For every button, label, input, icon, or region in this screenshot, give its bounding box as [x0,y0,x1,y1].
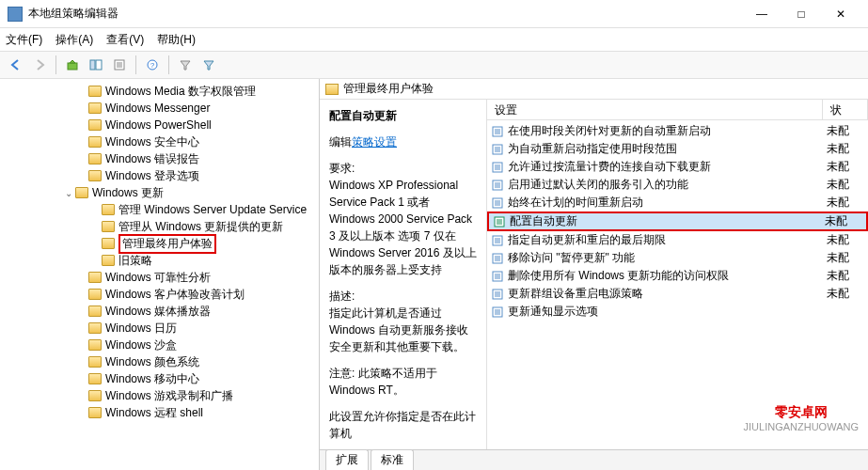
tab-standard[interactable]: 标准 [371,449,414,470]
tree-item[interactable]: ⌄Windows 更新 [0,184,319,201]
setting-label: 更新通知显示选项 [508,304,827,320]
tree-item[interactable]: 管理从 Windows 更新提供的更新 [0,218,319,235]
up-button[interactable] [62,55,83,75]
tree-item[interactable]: Windows 颜色系统 [0,353,319,370]
folder-icon [102,204,115,215]
setting-row[interactable]: 移除访问 "暂停更新" 功能未配 [487,249,868,267]
tree-item[interactable]: Windows Messenger [0,100,319,117]
tab-extended[interactable]: 扩展 [325,449,369,470]
maximize-button[interactable]: □ [781,1,821,27]
properties-button[interactable] [109,55,130,75]
setting-row[interactable]: 指定自动更新和重启的最后期限未配 [487,231,868,249]
menu-action[interactable]: 操作(A) [55,32,93,48]
tree-item[interactable]: 管理最终用户体验 [0,235,319,252]
setting-row[interactable]: 为自动重新启动指定使用时段范围未配 [487,140,868,158]
folder-icon [75,187,88,198]
tree-item-label: Windows 日历 [105,321,177,337]
tree-item[interactable]: Windows 远程 shell [0,404,319,421]
folder-icon [88,289,102,300]
title-bar: 本地组策略编辑器 — □ ✕ [0,0,868,28]
separator [55,55,56,74]
policy-settings-link[interactable]: 策略设置 [352,135,397,149]
detail-pane: 配置自动更新 编辑策略设置 要求: Windows XP Professiona… [320,100,487,449]
tree-item[interactable]: Windows 错误报告 [0,150,319,167]
content-area: Windows Media 数字权限管理Windows MessengerWin… [0,79,868,470]
tree-item[interactable]: Windows 安全中心 [0,133,319,150]
tree-item[interactable]: Windows 可靠性分析 [0,269,319,286]
setting-row[interactable]: 更新通知显示选项 [487,303,868,321]
policy-icon [491,270,504,283]
tree-item[interactable]: Windows 客户体验改善计划 [0,286,319,303]
detail-title: 配置自动更新 [329,107,477,124]
help-button[interactable]: ? [142,55,163,75]
folder-icon [88,390,102,401]
tree-item[interactable]: Windows 移动中心 [0,370,319,387]
tree-item[interactable]: Windows Media 数字权限管理 [0,83,319,100]
tree-item[interactable]: Windows PowerShell [0,117,319,133]
note-text: 注意: 此策略不适用于 Windows RT。 [329,365,477,399]
window-controls: — □ ✕ [742,1,860,27]
setting-label: 更新群组设备重启电源策略 [508,286,827,302]
setting-row[interactable]: 始终在计划的时间重新启动未配 [487,194,868,212]
setting-row[interactable]: 在使用时段关闭针对更新的自动重新启动未配 [487,122,868,140]
setting-status: 未配 [827,123,864,139]
tree-item[interactable]: 管理 Windows Server Update Service [0,201,319,218]
setting-label: 为自动重新启动指定使用时段范围 [508,141,827,157]
requirements-text: Windows XP Professional Service Pack 1 或… [329,177,477,278]
tree-item[interactable]: Windows 登录选项 [0,167,319,184]
policy-icon [491,196,504,210]
tree-pane[interactable]: Windows Media 数字权限管理Windows MessengerWin… [0,79,320,470]
setting-status: 未配 [827,195,864,211]
menu-help[interactable]: 帮助(H) [157,32,196,48]
setting-label: 允许通过按流量计费的连接自动下载更新 [508,159,827,175]
description-text: 指定此计算机是否通过 Windows 自动更新服务接收安全更新和其他重要下载。 [329,305,477,355]
setting-status: 未配 [827,232,864,248]
folder-icon [88,272,102,283]
requirements-label: 要求: [329,160,477,177]
policy-icon [491,161,504,174]
right-pane-header: 管理最终用户体验 [320,79,868,100]
tree-item-label: Windows Messenger [105,102,210,115]
setting-row[interactable]: 配置自动更新未配 [487,212,868,231]
folder-icon [88,373,102,384]
policy-icon [491,306,504,319]
setting-label: 始终在计划的时间重新启动 [508,195,827,211]
folder-icon [88,306,102,317]
setting-row[interactable]: 删除使用所有 Windows 更新功能的访问权限未配 [487,267,868,285]
show-hide-tree-button[interactable] [86,55,106,75]
minimize-button[interactable]: — [742,1,781,27]
expander-icon[interactable]: ⌄ [62,188,75,198]
setting-row[interactable]: 启用通过默认关闭的服务引入的功能未配 [487,176,868,194]
tree-item[interactable]: Windows 沙盒 [0,337,319,353]
extra-text: 此设置允许你指定是否在此计算机 [329,408,477,442]
column-status[interactable]: 状 [823,100,868,119]
filter-button[interactable] [175,55,196,75]
setting-status: 未配 [825,213,862,229]
setting-row[interactable]: 更新群组设备重启电源策略未配 [487,285,868,303]
back-button[interactable] [6,55,26,75]
menu-view[interactable]: 查看(V) [106,32,144,48]
filter-options-button[interactable] [198,55,219,75]
close-button[interactable]: ✕ [821,1,860,27]
tree-item-label: Windows 客户体验改善计划 [105,287,245,303]
column-setting[interactable]: 设置 [487,100,823,119]
tree-item-label: Windows PowerShell [105,118,212,132]
right-header-title: 管理最终用户体验 [343,81,434,97]
policy-icon [491,143,504,156]
tree-item[interactable]: Windows 游戏录制和广播 [0,387,319,404]
view-tabs: 扩展 标准 [320,449,868,470]
policy-icon [491,125,504,138]
toolbar: ? [0,51,868,79]
tree-item[interactable]: 旧策略 [0,252,319,269]
tree-item[interactable]: Windows 媒体播放器 [0,303,319,320]
tree-item[interactable]: Windows 日历 [0,320,319,337]
separator [168,55,169,74]
folder-icon [102,221,115,232]
setting-status: 未配 [827,286,864,302]
policy-icon [491,288,504,301]
forward-button[interactable] [29,55,50,75]
menu-file[interactable]: 文件(F) [6,32,42,48]
tree-item-label: Windows 安全中心 [105,134,199,150]
setting-row[interactable]: 允许通过按流量计费的连接自动下载更新未配 [487,158,868,176]
setting-status: 未配 [827,159,864,175]
